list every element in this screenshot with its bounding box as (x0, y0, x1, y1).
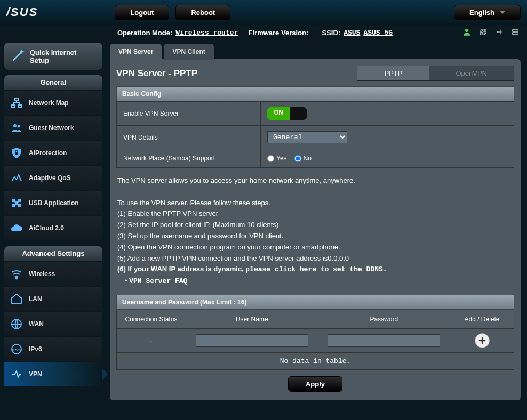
desc-steps-intro: To use the VPN server. Please follow the… (117, 198, 513, 209)
sidebar-item-guest-network[interactable]: Guest Network (4, 116, 102, 141)
page-title: VPN Server - PPTP (116, 68, 357, 79)
subtab-pptp[interactable]: PPTP (357, 66, 429, 80)
ddns-link[interactable]: please click here to set the DDNS. (245, 265, 387, 273)
sidebar-item-vpn[interactable]: VPN (4, 362, 102, 387)
sync-icon[interactable] (479, 28, 488, 38)
desc-step-2: (2) Set the IP pool for client IP. (Maxi… (117, 220, 513, 231)
subtab-openvpn[interactable]: OpenVPN (429, 66, 514, 80)
ssid-2[interactable]: ASUS_5G (363, 29, 393, 37)
desc-step-5: (5) Add a new PPTP VPN connection and th… (117, 253, 513, 264)
vpn-details-label: VPN Details (117, 126, 261, 149)
user-status-icon[interactable] (462, 27, 472, 38)
guest-network-icon (10, 121, 23, 135)
desc-step-6-prefix: (6) If your WAN IP address is dynamic, (117, 265, 245, 273)
brand-logo: /SUS (6, 5, 38, 19)
user-section-header: Username and Password (Max Limit : 16) (116, 295, 514, 310)
svg-point-11 (16, 278, 18, 279)
sidebar-item-label: Wireless (29, 270, 55, 278)
desc-step-4: (4) Open the VPN connection program on y… (117, 242, 513, 253)
svg-point-7 (13, 124, 17, 127)
sidebar-item-network-map[interactable]: Network Map (4, 91, 102, 116)
sidebar-item-aicloud[interactable]: AiCloud 2.0 (4, 216, 102, 241)
language-label: English (469, 9, 494, 17)
globe-icon (10, 317, 23, 331)
cloud-icon (10, 221, 23, 235)
sidebar-item-usb-application[interactable]: USB Application (4, 191, 102, 216)
reboot-button[interactable]: Reboot (175, 5, 230, 20)
th-add-delete: Add / Delete (450, 310, 514, 328)
th-password: Password (318, 310, 450, 328)
sidebar-item-label: LAN (29, 295, 42, 303)
tab-vpn-server[interactable]: VPN Server (110, 44, 162, 60)
username-input[interactable] (196, 334, 308, 347)
sidebar-item-label: USB Application (29, 199, 79, 207)
enable-vpn-label: Enable VPN Server (117, 102, 261, 126)
server-icon[interactable] (511, 28, 520, 38)
desc-step-1: (1) Enable the PPTP VPN server (117, 208, 513, 220)
sidebar-item-aiprotection[interactable]: AiProtection (4, 141, 102, 166)
th-username: User Name (186, 310, 318, 328)
samba-yes-radio[interactable]: Yes (267, 155, 287, 162)
general-header: General (4, 75, 102, 90)
samba-label: Network Place (Samba) Support (117, 149, 261, 168)
svg-rect-2 (513, 29, 518, 31)
desc-intro: The VPN server allows you to access your… (117, 175, 513, 187)
sidebar-item-label: AiCloud 2.0 (29, 224, 64, 232)
sidebar-item-label: AiProtection (29, 149, 67, 157)
sidebar-item-wireless[interactable]: Wireless (4, 262, 102, 287)
chevron-down-icon (500, 11, 505, 14)
op-mode-label: Operation Mode: (117, 29, 172, 37)
enable-vpn-toggle[interactable]: ON (267, 107, 307, 120)
toggle-on-label: ON (267, 107, 290, 120)
svg-point-8 (18, 125, 20, 128)
wifi-icon (10, 267, 23, 281)
qos-icon (10, 171, 23, 185)
sidebar-item-adaptive-qos[interactable]: Adaptive QoS (4, 166, 102, 191)
lan-icon (10, 292, 23, 306)
desc-step-3: (3) Set up the username and password for… (117, 231, 513, 242)
wand-icon (11, 48, 26, 64)
password-input[interactable] (328, 334, 440, 347)
apply-button[interactable]: Apply (288, 376, 342, 392)
sidebar-item-label: WAN (29, 320, 44, 328)
usb-icon[interactable] (495, 28, 504, 38)
vpn-details-select[interactable]: General (267, 131, 347, 143)
add-user-button[interactable] (475, 333, 490, 348)
vpn-icon (10, 367, 23, 381)
svg-text:IPv6: IPv6 (12, 348, 21, 352)
shield-icon (10, 146, 23, 160)
advanced-header: Advanced Settings (4, 246, 102, 261)
tab-vpn-client[interactable]: VPN Client (164, 44, 213, 60)
network-map-icon (10, 96, 23, 110)
ssid-1[interactable]: ASUS (344, 29, 360, 37)
th-connection-status: Connection Status (117, 310, 186, 328)
fw-label: Firmware Version: (249, 29, 309, 37)
sidebar-item-label: IPv6 (29, 345, 42, 353)
logout-button[interactable]: Logout (115, 5, 169, 20)
svg-point-0 (465, 29, 468, 32)
language-select[interactable]: English (454, 5, 521, 20)
svg-rect-5 (12, 105, 15, 108)
quick-setup-label: Quick Internet Setup (30, 49, 96, 64)
conn-status-cell: - (117, 328, 186, 352)
quick-internet-setup[interactable]: Quick Internet Setup (4, 43, 102, 70)
vpn-faq-link[interactable]: VPN Server FAQ (129, 277, 187, 285)
status-bar: Operation Mode: Wireless router Firmware… (0, 25, 527, 41)
basic-config-header: Basic Config (116, 86, 514, 101)
no-data-message: No data in table. (117, 352, 514, 369)
op-mode-value[interactable]: Wireless router (175, 29, 238, 37)
svg-rect-6 (18, 105, 21, 108)
sidebar-item-label: Network Map (29, 99, 69, 107)
svg-rect-3 (513, 32, 518, 34)
sidebar-item-label: VPN (29, 370, 42, 378)
puzzle-icon (10, 196, 23, 210)
sidebar-item-wan[interactable]: WAN (4, 312, 102, 337)
ipv6-icon: IPv6 (10, 342, 23, 356)
sidebar-item-label: Adaptive QoS (29, 174, 71, 182)
sidebar-item-label: Guest Network (29, 124, 74, 132)
ssid-label: SSID: (322, 29, 341, 37)
samba-no-radio[interactable]: No (294, 155, 312, 162)
svg-rect-4 (15, 98, 18, 101)
sidebar-item-lan[interactable]: LAN (4, 287, 102, 312)
sidebar-item-ipv6[interactable]: IPv6 IPv6 (4, 337, 102, 362)
